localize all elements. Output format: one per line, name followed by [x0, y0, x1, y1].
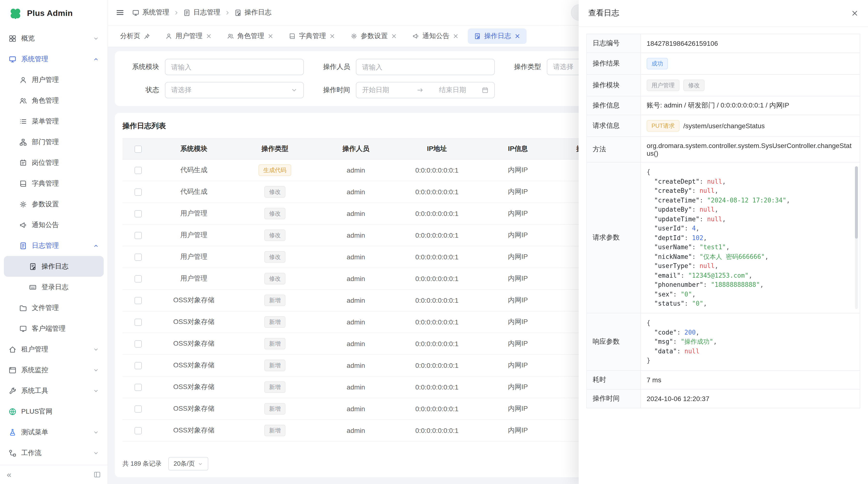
close-tab-icon[interactable] [515, 33, 520, 39]
tab-notice[interactable]: 通知公告 [406, 28, 465, 44]
cell-module: OSS对象存储 [153, 377, 235, 398]
sidebar-item-overview[interactable]: 概览 [4, 28, 104, 49]
cell-operator: admin [315, 160, 396, 181]
sidebar-item-workflow[interactable]: 工作流 [4, 443, 104, 463]
cell-operator: admin [315, 377, 396, 398]
sidebar-item-tenant-mgmt[interactable]: 租户管理 [4, 339, 104, 360]
tab-analysis[interactable]: 分析页 [114, 28, 156, 44]
sidebar-item-role-mgmt[interactable]: 角色管理 [4, 90, 104, 111]
sidebar-item-log-mgmt[interactable]: 日志管理 [4, 235, 104, 256]
row-checkbox[interactable] [134, 188, 142, 195]
tab-operation-log[interactable]: 操作日志 [468, 28, 527, 44]
pin-icon[interactable] [144, 33, 150, 39]
breadcrumb-item-operation-log[interactable]: 操作日志 [235, 8, 272, 17]
tab-role-mgmt[interactable]: 角色管理 [221, 28, 280, 44]
tab-label: 角色管理 [237, 32, 264, 40]
sidebar-item-system-mgmt[interactable]: 系统管理 [4, 49, 104, 69]
collapse-sidebar-button[interactable]: « [7, 471, 11, 479]
sidebar-item-user-mgmt[interactable]: 用户管理 [4, 69, 104, 90]
tab-dict-mgmt[interactable]: 字典管理 [283, 28, 341, 44]
action-badge: 新增 [264, 295, 285, 306]
close-tab-icon[interactable] [329, 33, 335, 39]
row-checkbox[interactable] [134, 427, 142, 434]
row-checkbox[interactable] [134, 253, 142, 261]
select-all-checkbox[interactable] [134, 146, 142, 153]
row-checkbox-cell [123, 181, 153, 202]
sidebar-item-post-mgmt[interactable]: 岗位管理 [4, 152, 104, 173]
row-checkbox[interactable] [134, 167, 142, 174]
app-logo[interactable]: Plus Admin [0, 0, 107, 27]
row-checkbox[interactable] [134, 210, 142, 217]
breadcrumb-item-log-mgmt[interactable]: 日志管理 [183, 8, 220, 17]
sidebar-item-test-menu[interactable]: 测试菜单 [4, 422, 104, 443]
page-size-select[interactable]: 20条/页 [168, 457, 208, 471]
system-module-input-field[interactable] [171, 63, 298, 71]
tab-param-settings[interactable]: 参数设置 [344, 28, 403, 44]
sidebar-item-login-log[interactable]: 登录日志 [4, 277, 104, 297]
range-start-placeholder: 开始日期 [362, 86, 413, 95]
sidebar-item-system-monitor[interactable]: 系统监控 [4, 360, 104, 380]
sidebar-item-dept-mgmt[interactable]: 部门管理 [4, 132, 104, 152]
tab-user-mgmt[interactable]: 用户管理 [159, 28, 218, 44]
chevron-up-icon [93, 56, 99, 62]
cell-ip-info: 内网IP [477, 355, 558, 376]
row-checkbox[interactable] [134, 297, 142, 304]
sidebar-item-dict-mgmt[interactable]: 字典管理 [4, 173, 104, 194]
cell-ip: 0:0:0:0:0:0:0:1 [396, 420, 477, 441]
sidebar-item-notice[interactable]: 通知公告 [4, 215, 104, 235]
total-records: 共 189 条记录 [123, 459, 161, 468]
sidebar-item-client-mgmt[interactable]: 客户端管理 [4, 318, 104, 339]
cell-module: 用户管理 [153, 203, 235, 224]
sidebar-item-file-mgmt[interactable]: 文件管理 [4, 297, 104, 318]
system-module-input[interactable] [165, 59, 304, 75]
sidebar-item-label: PLUS官网 [21, 407, 52, 416]
close-tab-icon[interactable] [268, 33, 273, 39]
hamburger-menu-button[interactable] [116, 8, 124, 17]
status-select[interactable]: 请选择 [165, 82, 304, 98]
row-checkbox[interactable] [134, 362, 142, 369]
row-checkbox[interactable] [134, 340, 142, 347]
row-checkbox[interactable] [134, 318, 142, 326]
close-drawer-button[interactable] [851, 10, 858, 17]
operator-input[interactable] [356, 59, 495, 75]
page-size-value: 20条/页 [174, 459, 195, 468]
sidebar-item-label: 参数设置 [32, 200, 59, 208]
operation-time-range-picker[interactable]: 开始日期结束日期 [356, 82, 495, 98]
row-checkbox[interactable] [134, 275, 142, 282]
close-tab-icon[interactable] [453, 33, 459, 39]
detail-value-log-id: 1842781986426159106 [647, 39, 718, 47]
row-checkbox[interactable] [134, 405, 142, 412]
cell-module: OSS对象存储 [153, 290, 235, 311]
code-scrollbar[interactable] [855, 166, 858, 309]
tree-icon [19, 138, 27, 146]
response-params-code-block[interactable]: { "code": 200, "msg": "操作成功", "data": nu… [647, 318, 854, 365]
row-checkbox[interactable] [134, 232, 142, 239]
doc-edit-icon [235, 9, 242, 16]
filter-field-operation-time: 操作时间开始日期结束日期 [313, 82, 495, 98]
cell-ip: 0:0:0:0:0:0:0:1 [396, 377, 477, 398]
breadcrumb-item-system-mgmt[interactable]: 系统管理 [132, 8, 169, 17]
detail-label-duration: 耗时 [587, 370, 641, 389]
row-checkbox[interactable] [134, 384, 142, 391]
sidebar-item-system-tools[interactable]: 系统工具 [4, 380, 104, 401]
close-tab-icon[interactable] [391, 33, 397, 39]
filter-label: 操作类型 [504, 63, 541, 71]
sidebar-menu: 概览系统管理用户管理角色管理菜单管理部门管理岗位管理字典管理参数设置通知公告日志… [0, 27, 107, 465]
cell-ip: 0:0:0:0:0:0:0:1 [396, 333, 477, 354]
cell-action: 新增 [235, 355, 315, 376]
sidebar-item-plus-website[interactable]: PLUS官网 [4, 401, 104, 422]
column-header: IP地址 [396, 139, 477, 159]
sidebar-item-menu-mgmt[interactable]: 菜单管理 [4, 111, 104, 132]
detail-value-time: 2024-10-06 12:20:37 [647, 394, 709, 402]
pin-panel-icon[interactable] [94, 471, 101, 478]
sidebar-footer: « [0, 465, 107, 484]
detail-row-log-id: 日志编号1842781986426159106 [587, 34, 860, 53]
filter-label: 系统模块 [123, 63, 159, 71]
operator-input-field[interactable] [362, 63, 489, 71]
close-tab-icon[interactable] [206, 33, 212, 39]
sidebar-item-operation-log[interactable]: 操作日志 [4, 256, 104, 277]
sidebar-item-param-settings[interactable]: 参数设置 [4, 194, 104, 215]
breadcrumb: 系统管理日志管理操作日志 [132, 8, 272, 17]
request-params-code-block[interactable]: { "createDept": null, "createBy": null, … [647, 167, 854, 308]
scrollbar-thumb[interactable] [855, 166, 858, 238]
